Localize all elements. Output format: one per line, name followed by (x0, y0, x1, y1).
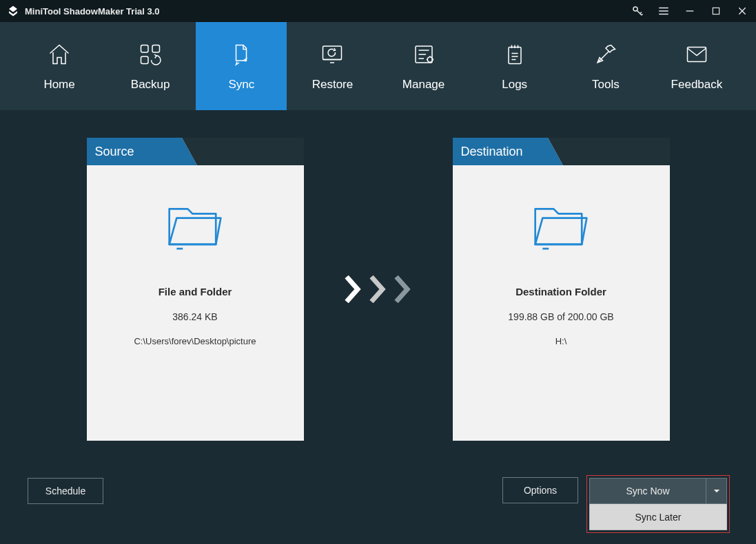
nav-tools[interactable]: Tools (560, 22, 651, 110)
source-path: C:\Users\forev\Desktop\picture (134, 336, 256, 346)
sync-dropdown-highlight: Sync Now Sync Later (586, 475, 730, 533)
sync-dropdown-toggle[interactable] (706, 478, 727, 504)
nav-label: Logs (502, 78, 527, 92)
backup-icon (136, 41, 164, 68)
nav-label: Home (43, 78, 74, 92)
menu-icon[interactable] (657, 4, 671, 18)
manage-icon (410, 41, 438, 68)
nav-label: Restore (312, 78, 354, 92)
source-title: File and Folder (159, 286, 232, 297)
svg-rect-5 (323, 46, 342, 60)
nav-manage[interactable]: Manage (378, 22, 469, 110)
svg-rect-4 (141, 56, 149, 64)
app-title: MiniTool ShadowMaker Trial 3.0 (25, 6, 160, 17)
arrow-separator (342, 275, 415, 303)
app-logo-icon (7, 5, 19, 17)
main-area: Source File and Folder 386.24 KB C:\User… (0, 110, 756, 468)
nav-logs[interactable]: Logs (469, 22, 560, 110)
window-controls (631, 4, 749, 18)
options-button[interactable]: Options (502, 477, 578, 503)
bottom-bar: Schedule Options Sync Now Sync Later (0, 468, 756, 544)
destination-header-label: Destination (453, 138, 548, 165)
restore-icon (318, 41, 346, 68)
tools-icon (592, 41, 620, 68)
sync-now-button[interactable]: Sync Now (589, 478, 706, 504)
source-panel[interactable]: Source File and Folder 386.24 KB C:\User… (87, 138, 304, 441)
nav-backup[interactable]: Backup (105, 22, 196, 110)
main-nav: Home Backup Sync Restore Manage Logs T (0, 22, 756, 110)
header-decor (197, 138, 304, 165)
minimize-icon[interactable] (683, 4, 697, 18)
nav-label: Backup (131, 78, 170, 92)
sync-icon (227, 41, 255, 68)
close-icon[interactable] (735, 4, 749, 18)
sync-split-button: Sync Now (589, 478, 727, 504)
nav-label: Feedback (671, 78, 723, 92)
logs-icon (501, 41, 529, 68)
folder-icon (530, 200, 592, 255)
nav-home[interactable]: Home (14, 22, 105, 110)
home-icon (45, 41, 73, 68)
title-bar: MiniTool ShadowMaker Trial 3.0 (0, 0, 756, 22)
source-header-label: Source (87, 138, 182, 165)
nav-label: Tools (592, 78, 620, 92)
folder-icon (164, 200, 226, 255)
sync-dropdown-list: Sync Later (589, 504, 727, 530)
nav-label: Manage (402, 78, 445, 92)
svg-rect-8 (509, 48, 521, 64)
schedule-button[interactable]: Schedule (28, 478, 103, 504)
nav-restore[interactable]: Restore (287, 22, 378, 110)
svg-rect-2 (141, 45, 149, 53)
feedback-icon (683, 41, 711, 68)
destination-size: 199.88 GB of 200.00 GB (508, 311, 613, 322)
svg-rect-1 (713, 8, 719, 14)
source-header: Source (87, 138, 304, 165)
key-icon[interactable] (631, 4, 644, 18)
nav-feedback[interactable]: Feedback (651, 22, 742, 110)
destination-path: H:\ (555, 336, 567, 346)
header-decor (563, 138, 670, 165)
destination-body: Destination Folder 199.88 GB of 200.00 G… (453, 165, 670, 346)
svg-rect-9 (687, 48, 706, 62)
svg-rect-3 (152, 45, 160, 53)
source-size: 386.24 KB (172, 311, 217, 322)
destination-header: Destination (453, 138, 670, 165)
svg-point-0 (633, 7, 637, 11)
destination-panel[interactable]: Destination Destination Folder 199.88 GB… (453, 138, 670, 441)
sync-later-option[interactable]: Sync Later (589, 504, 727, 530)
nav-sync[interactable]: Sync (196, 22, 287, 110)
destination-title: Destination Folder (515, 286, 606, 297)
maximize-icon[interactable] (709, 4, 723, 18)
source-body: File and Folder 386.24 KB C:\Users\forev… (87, 165, 304, 346)
nav-label: Sync (228, 78, 254, 92)
